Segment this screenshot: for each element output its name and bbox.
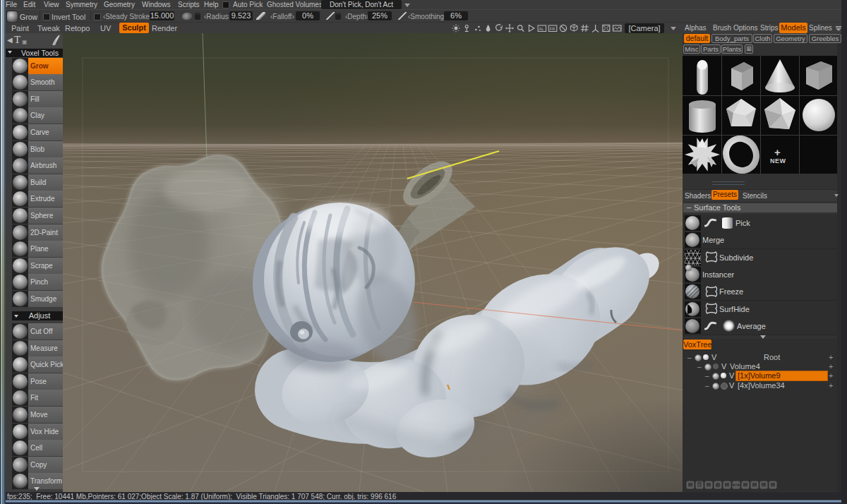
svg-text:AL: AL [539,27,544,31]
svg-text:FR: FR [550,27,555,31]
